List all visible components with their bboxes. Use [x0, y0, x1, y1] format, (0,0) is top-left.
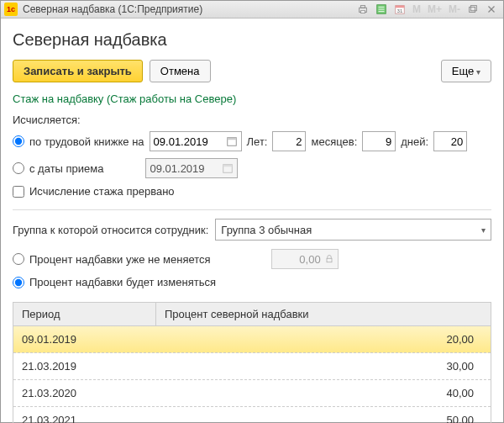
separator: [13, 209, 491, 210]
calc-icon[interactable]: [373, 1, 390, 18]
row-group: Группа к которой относится сотрудник: Гр…: [13, 219, 491, 241]
app-window: 1c Северная надбавка (1С:Предприятие) 31…: [0, 0, 504, 423]
by-book-date-input[interactable]: [154, 135, 213, 148]
checkbox-interrupted[interactable]: Исчисление стажа прервано: [13, 185, 175, 198]
calc-label: Исчисляется:: [13, 114, 491, 126]
percent-fixed-value: 0,00: [299, 253, 320, 266]
months-label: месяцев:: [311, 135, 357, 148]
window-title: Северная надбавка (1С:Предприятие): [23, 3, 353, 15]
radio-percent-fixed-input[interactable]: [13, 253, 24, 265]
radio-percent-fixed[interactable]: Процент надбавки уже не меняется: [13, 253, 211, 266]
calendar-picker-icon[interactable]: [226, 135, 238, 147]
row-from-hire: с даты приема: [13, 158, 491, 178]
close-icon[interactable]: [483, 1, 500, 18]
from-hire-date-field: [145, 158, 238, 178]
m-button[interactable]: M: [410, 1, 423, 18]
checkbox-interrupted-input[interactable]: [13, 186, 24, 198]
group-label: Группа к которой относится сотрудник:: [13, 224, 208, 236]
svg-rect-11: [470, 6, 476, 11]
radio-percent-changing-label: Процент надбавки будет изменяться: [29, 276, 216, 288]
row-percent-changing: Процент надбавки будет изменяться: [13, 276, 491, 288]
radio-from-hire[interactable]: с даты приема: [13, 162, 103, 175]
row-by-book: по трудовой книжке на Лет: месяцев: дней…: [13, 131, 491, 151]
by-book-date-field[interactable]: [150, 131, 242, 151]
radio-from-hire-input[interactable]: [13, 162, 24, 174]
td-percent: 50,00: [156, 414, 491, 423]
m-plus-button[interactable]: M+: [425, 1, 444, 18]
td-period: 21.03.2020: [13, 387, 156, 399]
group-select[interactable]: Группа 3 обычная ▾: [215, 219, 491, 241]
svg-rect-17: [223, 165, 233, 167]
radio-by-book-input[interactable]: [13, 135, 24, 147]
checkbox-interrupted-label: Исчисление стажа прервано: [29, 185, 175, 198]
page-title: Северная надбавка: [13, 30, 491, 50]
m-minus-button[interactable]: M-: [446, 1, 463, 18]
restore-icon[interactable]: [465, 1, 481, 18]
days-input[interactable]: [433, 131, 467, 151]
months-input[interactable]: [362, 131, 396, 151]
years-input[interactable]: [272, 131, 306, 151]
chevron-down-icon: ▾: [481, 225, 486, 235]
row-interrupted: Исчисление стажа прервано: [13, 185, 491, 198]
radio-from-hire-label: с даты приема: [29, 162, 103, 175]
save-close-button[interactable]: Записать и закрыть: [13, 60, 143, 82]
table-row[interactable]: 09.01.201920,00: [13, 326, 491, 353]
td-percent: 40,00: [156, 387, 491, 399]
table-row[interactable]: 21.03.202040,00: [13, 380, 491, 407]
days-label: дней:: [401, 135, 428, 148]
radio-percent-changing-input[interactable]: [13, 277, 24, 288]
table-header: Период Процент северной надбавки: [13, 303, 491, 326]
radio-by-book[interactable]: по трудовой книжке на: [13, 135, 144, 148]
th-percent[interactable]: Процент северной надбавки: [156, 303, 491, 325]
th-period[interactable]: Период: [13, 303, 156, 325]
table-row[interactable]: 21.03.201930,00: [13, 353, 491, 380]
svg-rect-1: [360, 6, 365, 8]
group-select-value: Группа 3 обычная: [221, 224, 312, 236]
years-label: Лет:: [247, 135, 268, 148]
table-row[interactable]: 21.03.202150,00: [13, 407, 491, 423]
td-period: 21.03.2021: [13, 414, 156, 423]
table-body: 09.01.201920,0021.03.201930,0021.03.2020…: [13, 326, 491, 423]
td-percent: 30,00: [156, 360, 491, 373]
titlebar: 1c Северная надбавка (1С:Предприятие) 31…: [1, 1, 503, 19]
radio-percent-changing[interactable]: Процент надбавки будет изменяться: [13, 276, 216, 288]
svg-rect-18: [327, 258, 332, 262]
svg-rect-15: [227, 138, 236, 140]
td-period: 21.03.2019: [13, 360, 156, 373]
toolbar: Записать и закрыть Отмена Еще: [13, 60, 491, 82]
radio-percent-fixed-label: Процент надбавки уже не меняется: [29, 253, 211, 266]
radio-by-book-label: по трудовой книжке на: [29, 135, 144, 148]
percent-table: Период Процент северной надбавки 09.01.2…: [13, 302, 491, 423]
calendar-picker-icon-disabled: [222, 162, 234, 174]
td-percent: 20,00: [156, 333, 491, 346]
td-period: 09.01.2019: [13, 333, 156, 346]
svg-rect-2: [360, 11, 365, 13]
lock-icon: [324, 254, 334, 264]
from-hire-date-input: [150, 162, 208, 175]
app-icon: 1c: [4, 3, 18, 16]
more-button[interactable]: Еще: [441, 60, 491, 82]
calendar-icon[interactable]: 31: [391, 1, 408, 18]
row-percent-fixed: Процент надбавки уже не меняется 0,00: [13, 249, 491, 269]
percent-fixed-field: 0,00: [271, 249, 339, 269]
print-icon[interactable]: [354, 1, 371, 18]
svg-text:31: 31: [397, 8, 403, 13]
content-area: Северная надбавка Записать и закрыть Отм…: [1, 19, 503, 423]
stazh-link[interactable]: Стаж на надбавку (Стаж работы на Севере): [13, 93, 491, 105]
cancel-button[interactable]: Отмена: [150, 60, 211, 82]
svg-rect-10: [470, 7, 475, 12]
